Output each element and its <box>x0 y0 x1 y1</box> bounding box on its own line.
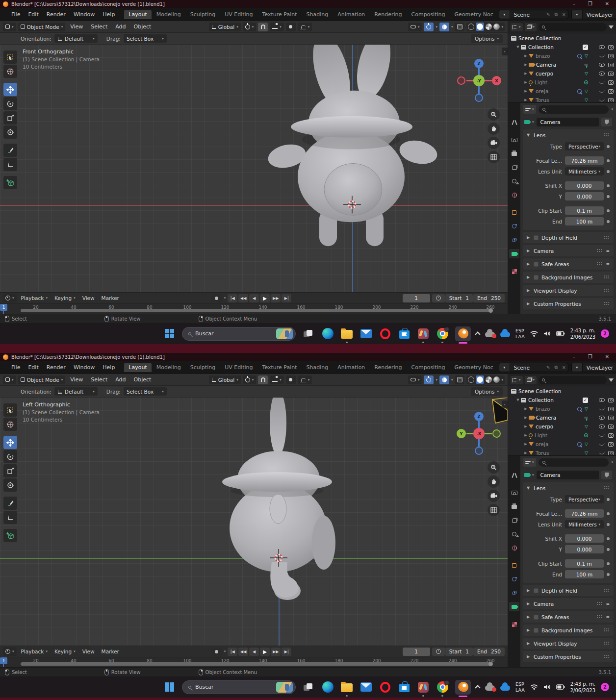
tab-texture-paint[interactable]: Texture Paint <box>258 363 302 372</box>
timeline-ruler[interactable]: 1 20 40 60 80 100 120 140 160 180 200 22… <box>0 657 508 667</box>
snap-settings-dropdown[interactable]: ▾ <box>270 375 284 384</box>
ortho-toggle-button[interactable] <box>488 151 500 163</box>
view-menu[interactable]: View <box>80 295 97 301</box>
tab-tool-properties[interactable] <box>509 471 519 480</box>
chrome-button[interactable] <box>436 327 449 340</box>
drag-setting-dropdown[interactable]: Select Box▾ <box>124 34 167 43</box>
transform-orientation-dropdown[interactable]: Global▾ <box>209 375 241 384</box>
transform-orientation-dropdown[interactable]: Global▾ <box>209 23 241 31</box>
menu-help[interactable]: Help <box>99 364 118 371</box>
annotate-tool[interactable] <box>3 497 17 510</box>
eye-closed-icon[interactable] <box>599 81 605 84</box>
type-dropdown[interactable]: Perspective▾ <box>565 142 604 150</box>
drag-handle[interactable] <box>597 249 603 252</box>
tab-object-properties[interactable] <box>509 561 519 570</box>
end-frame-field[interactable]: End250 <box>473 294 505 302</box>
shading-dropdown[interactable]: ▾ <box>501 378 503 382</box>
store-button[interactable] <box>398 681 411 694</box>
proportional-edit-toggle[interactable] <box>286 23 296 31</box>
gizmo-axis-center[interactable]: -X <box>473 428 485 439</box>
lens-unit-dropdown[interactable]: Millimeters▾ <box>565 520 604 528</box>
prev-keyframe-button[interactable]: ◀◀ <box>238 648 248 656</box>
camera-view-button[interactable] <box>488 137 500 149</box>
file-explorer-button[interactable] <box>340 327 353 340</box>
material-preview-button[interactable] <box>486 376 492 383</box>
start-frame-field[interactable]: Start1 <box>445 648 473 656</box>
outliner-editor-type-button[interactable]: ▾ <box>511 23 523 31</box>
tab-layout[interactable]: Layout <box>124 363 151 372</box>
row-torus[interactable]: ▶ Torus ▽ <box>508 96 616 102</box>
scene-selector[interactable]: ▾ Scene ✎ ⧉ ✕ <box>499 363 568 372</box>
outliner-search-input[interactable] <box>539 376 607 384</box>
store-button[interactable] <box>398 327 411 340</box>
tab-modeling[interactable]: Modeling <box>152 10 185 19</box>
navigation-gizmo[interactable]: Z X -Y <box>456 57 503 104</box>
restore-button[interactable]: ❐ <box>588 0 592 8</box>
presets-icon[interactable]: ≡ <box>606 601 610 606</box>
auto-key-dropdown[interactable]: ▾ <box>224 650 226 653</box>
gizmo-axis-bottom[interactable] <box>475 94 483 102</box>
menu-add[interactable]: Add <box>112 24 128 30</box>
xray-toggle[interactable] <box>455 375 464 384</box>
row-scene-collection[interactable]: Scene Collection <box>508 387 616 396</box>
keying-menu[interactable]: Keying▾ <box>52 649 78 654</box>
gizmo-axis-right[interactable]: X <box>492 76 501 85</box>
viewport-3d[interactable]: Left Orthographic (1) Scene Collection |… <box>0 398 508 646</box>
row-collection[interactable]: ▼ Collection ✓ <box>508 396 616 404</box>
drag-handle[interactable] <box>604 236 610 239</box>
ortho-toggle-button[interactable] <box>488 504 500 516</box>
eye-closed-icon[interactable] <box>599 407 605 410</box>
playhead[interactable]: 1 <box>0 304 7 311</box>
cursor-tool[interactable] <box>3 65 17 78</box>
orientation-setting-dropdown[interactable]: Default▾ <box>54 387 98 396</box>
tab-physics-properties[interactable] <box>509 588 519 598</box>
onedrive-icon[interactable] <box>500 685 510 691</box>
chrome-button[interactable] <box>436 681 449 694</box>
jump-start-button[interactable]: |◀ <box>228 648 237 656</box>
options-button[interactable]: Options▾ <box>471 34 503 43</box>
fake-user-button[interactable] <box>601 118 612 126</box>
animate-dot[interactable] <box>607 523 610 526</box>
tab-shading[interactable]: Shading <box>302 363 333 372</box>
tab-rendering[interactable]: Rendering <box>370 363 406 372</box>
menu-window[interactable]: Window <box>70 364 98 371</box>
animate-dot[interactable] <box>607 498 610 501</box>
unlink-scene-icon[interactable]: ✕ <box>560 12 568 17</box>
paint-button[interactable] <box>417 681 430 694</box>
menu-file[interactable]: File <box>8 11 24 18</box>
eye-closed-icon[interactable] <box>599 443 605 446</box>
tab-animation[interactable]: Animation <box>333 363 369 372</box>
animate-dot[interactable] <box>607 562 610 565</box>
outliner-display-mode-button[interactable]: ▾ <box>525 23 537 31</box>
menu-render[interactable]: Render <box>43 364 69 371</box>
gizmo-axis-bottom[interactable] <box>475 447 483 455</box>
pan-button[interactable] <box>488 475 500 488</box>
render-visibility-icon[interactable] <box>608 407 614 411</box>
lens-panel-header[interactable]: ▼ Lens <box>523 129 614 141</box>
new-scene-icon[interactable]: ⧉ <box>552 365 560 370</box>
drag-handle[interactable] <box>604 642 610 645</box>
navigation-gizmo[interactable]: Z Y -X <box>456 410 503 457</box>
rotate-tool[interactable] <box>3 97 17 110</box>
tab-scene-properties[interactable] <box>509 176 519 186</box>
row-camera[interactable]: ▶ Camera <box>508 60 616 69</box>
properties-editor-type-button[interactable]: ▾ <box>523 105 536 114</box>
tab-texture-properties[interactable] <box>509 620 519 629</box>
presets-icon[interactable]: ≡ <box>606 615 610 620</box>
panel-checkbox[interactable] <box>534 628 539 633</box>
orientation-setting-dropdown[interactable]: Default▾ <box>54 34 98 43</box>
tab-viewlayer-properties[interactable] <box>509 516 519 525</box>
mode-dropdown[interactable]: Object Mode▾ <box>18 375 66 384</box>
panel-header[interactable]: ▶Camera≡ <box>523 245 614 256</box>
panel-header[interactable]: ▶Camera≡ <box>523 598 614 609</box>
clip-end-field[interactable]: 100 m <box>565 570 604 578</box>
camera-view-button[interactable] <box>488 490 500 502</box>
eye-closed-icon[interactable] <box>599 54 605 57</box>
tab-scene-properties[interactable] <box>509 529 519 539</box>
material-preview-button[interactable] <box>486 24 492 30</box>
snap-settings-dropdown[interactable]: ▾ <box>270 23 284 31</box>
editor-type-button[interactable]: ▾ <box>3 23 16 31</box>
playback-menu[interactable]: Playback▾ <box>19 295 50 301</box>
panel-checkbox[interactable] <box>534 235 539 240</box>
row-light[interactable]: ▶ Light <box>508 431 616 440</box>
